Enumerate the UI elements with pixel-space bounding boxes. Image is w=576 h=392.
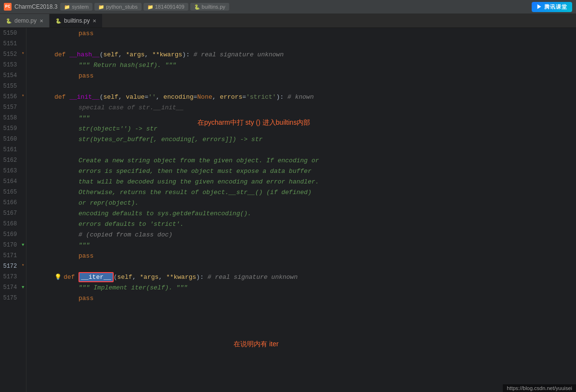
punc-5156d: , xyxy=(156,93,164,101)
punc-5152b: , xyxy=(118,51,126,58)
code-content[interactable]: pass def __hash__ ( self , *args , **kwa… xyxy=(26,28,576,392)
comment-5168: # (copied from class doc) xyxy=(79,231,172,238)
docstring-5164: Otherwise, returns the result of object.… xyxy=(79,189,312,196)
url-text: https://blog.csdn.net/yuuisei xyxy=(507,385,572,391)
code-line-5153: """ Return hash(self). """ xyxy=(30,60,576,70)
str-strict-5156: 'strict' xyxy=(246,93,276,101)
line-num-5175: 5175 xyxy=(0,295,20,301)
punc-5172c: , xyxy=(158,274,166,281)
line-row-5153: 5153 xyxy=(0,60,26,70)
docstring-5161: Create a new string object from the give… xyxy=(79,157,319,164)
code-line-5162: errors is specified, then the object mus… xyxy=(30,166,576,176)
code-line-5168: # (copied from class doc) xyxy=(30,229,576,240)
code-line-5170: pass xyxy=(30,250,576,261)
none-val-5156: None xyxy=(197,93,212,101)
breadcrumb-folder-id[interactable]: 📁 1814091409 xyxy=(144,3,188,11)
param-self-5156: self xyxy=(103,93,118,101)
line-row-5165: 5165 xyxy=(0,187,26,197)
tab-builtins-close[interactable]: ✕ xyxy=(92,18,96,24)
builtins-tab-icon: 🐍 xyxy=(55,18,61,24)
keyword-pass-5154: pass xyxy=(79,72,93,79)
line-row-5163: 5163 xyxy=(0,166,26,176)
fn-init: __init__ xyxy=(69,93,99,101)
line-row-5150: 5150 xyxy=(0,28,26,39)
code-line-5150: pass xyxy=(30,28,576,39)
code-line-5159: str(bytes_or_buffer[, encoding[, errors]… xyxy=(30,134,576,144)
line-num-5166: 5166 xyxy=(0,199,20,206)
editor-area: 5150 5151 5152 * 5153 5154 5155 5 xyxy=(0,28,576,392)
code-line-5155 xyxy=(30,81,576,91)
line-num-5160: 5160 xyxy=(0,136,20,143)
line-row-5173: 5173 xyxy=(0,272,26,282)
tencent-logo-text: ▶ 腾讯课堂 xyxy=(537,4,567,10)
comment-5156: # known xyxy=(288,93,314,101)
titlebar: PC CharmCE2018.3 📁 system 📁 python_stubs… xyxy=(0,0,576,13)
param-args-5172: *args xyxy=(140,274,158,281)
breadcrumb-system[interactable]: 📁 system xyxy=(60,3,92,11)
punc-5172b: , xyxy=(132,274,140,281)
comment-5156b: special case of str.__init__ xyxy=(79,104,183,111)
python-file-icon: 🐍 xyxy=(194,4,200,10)
punc-5156a: ( xyxy=(100,93,104,101)
comment-5172: # real signature unknown xyxy=(208,274,298,281)
tabbar: 🐍 demo.py ✕ 🐍 builtins.py ✕ xyxy=(0,13,576,28)
line-num-5164: 5164 xyxy=(0,178,20,185)
docstring-5157: """ xyxy=(79,115,90,122)
bulb-icon-5172: 💡 xyxy=(54,274,62,281)
folder-icon: 📁 xyxy=(64,4,70,10)
line-num-5151: 5151 xyxy=(0,40,20,47)
tab-demo[interactable]: 🐍 demo.py ✕ xyxy=(0,14,50,27)
param-errors-5156: errors xyxy=(220,93,242,101)
code-line-5167: errors defaults to 'strict'. xyxy=(30,219,576,229)
breadcrumb-file-label: builtins.py xyxy=(202,4,225,10)
breadcrumb: 📁 system 📁 python_stubs 📁 1814091409 🐍 b… xyxy=(60,3,229,11)
param-self-5152: self xyxy=(103,51,118,58)
tab-builtins[interactable]: 🐍 builtins.py ✕ xyxy=(50,14,103,27)
line-numbers: 5150 5151 5152 * 5153 5154 5155 5 xyxy=(0,28,26,392)
line-row-5152: 5152 * xyxy=(0,49,26,60)
code-line-5165: or repr(object). xyxy=(30,197,576,208)
line-num-5168: 5168 xyxy=(0,221,20,227)
gutter-5172: * xyxy=(20,264,26,269)
punc-5172d: ): xyxy=(196,274,207,281)
code-line-5157: """ xyxy=(30,113,576,123)
code-line-5152: def __hash__ ( self , *args , **kwargs )… xyxy=(30,49,576,60)
docstring-5165: or repr(object). xyxy=(79,199,139,207)
line-num-5155: 5155 xyxy=(0,83,20,90)
gutter-5156: * xyxy=(20,94,26,100)
line-num-5150: 5150 xyxy=(0,30,20,37)
docstring-5158: str(object='') -> str xyxy=(79,125,157,132)
line-row-5151: 5151 xyxy=(0,39,26,49)
str-value-5156: '' xyxy=(148,93,156,101)
line-num-5162: 5162 xyxy=(0,157,20,164)
line-num-5158: 5158 xyxy=(0,115,20,121)
param-kwargs-5152: **kwargs xyxy=(152,51,182,58)
line-num-5152: 5152 xyxy=(0,51,20,58)
line-num-5172: 5172 xyxy=(0,263,20,270)
code-line-5172: 💡 def __iter__ ( self , *args , **kwargs… xyxy=(30,272,576,282)
breadcrumb-python-stubs[interactable]: 📁 python_stubs xyxy=(94,3,141,11)
docstring-5159: str(bytes_or_buffer[, encoding[, errors]… xyxy=(79,136,262,143)
docstring-5167: errors defaults to 'strict'. xyxy=(79,221,183,228)
code-line-5169: """ xyxy=(30,240,576,250)
titlebar-left: PC CharmCE2018.3 📁 system 📁 python_stubs… xyxy=(4,3,528,11)
line-num-5154: 5154 xyxy=(0,72,20,79)
breadcrumb-python-stubs-label: python_stubs xyxy=(106,4,137,10)
tab-demo-close[interactable]: ✕ xyxy=(39,18,43,24)
line-row-5168: 5168 xyxy=(0,219,26,229)
punc-5156b: , xyxy=(118,93,126,101)
punc-5156g: = xyxy=(242,93,246,101)
param-self-5172: self xyxy=(117,274,132,281)
breadcrumb-file[interactable]: 🐍 builtins.py xyxy=(190,3,229,11)
line-num-5163: 5163 xyxy=(0,168,20,174)
line-num-5167: 5167 xyxy=(0,210,20,217)
folder-icon-3: 📁 xyxy=(147,4,153,10)
keyword-pass-5170: pass xyxy=(79,252,93,260)
line-row-5171: 5171 xyxy=(0,250,26,261)
punc-5156c: = xyxy=(144,93,148,101)
gutter-5174: ▼ xyxy=(20,285,26,290)
param-args-5152: *args xyxy=(126,51,144,58)
line-row-5160: 5160 xyxy=(0,134,26,144)
line-row-5170: 5170 ▼ xyxy=(0,240,26,250)
code-line-5171 xyxy=(30,261,576,272)
